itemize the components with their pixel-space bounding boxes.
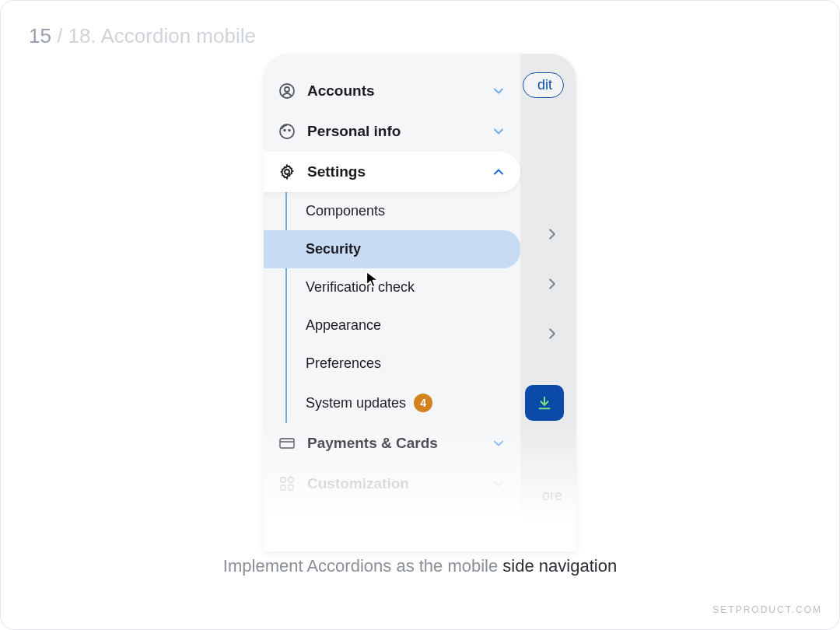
sub-item-label: Preferences [306, 355, 381, 372]
sub-item-label: Verification check [306, 279, 415, 296]
download-button[interactable] [525, 385, 564, 421]
svg-point-0 [280, 84, 294, 98]
sub-item-label: Security [306, 241, 361, 257]
nav-item-label: Payments & Cards [307, 435, 480, 452]
svg-point-3 [284, 130, 285, 131]
more-text-partial: ore [542, 488, 562, 504]
page-total-title: 18. Accordion mobile [68, 24, 256, 47]
svg-rect-8 [281, 485, 285, 490]
sub-item-security[interactable]: Security [264, 230, 520, 268]
updates-badge: 4 [414, 394, 432, 412]
chevron-down-icon [491, 124, 506, 139]
svg-rect-6 [280, 439, 294, 448]
sub-item-label: System updates [306, 395, 406, 411]
nav-item-label: Accounts [307, 82, 480, 100]
nav-item-accounts[interactable]: Accounts [264, 54, 520, 111]
sub-item-system-updates[interactable]: System updates 4 [287, 383, 520, 423]
page-sep: / [51, 24, 68, 47]
phone-mockup: dit ore Accounts Person [264, 54, 576, 551]
edit-button-partial[interactable]: dit [523, 72, 564, 98]
chevron-up-icon [491, 164, 506, 180]
page-current: 15 [29, 24, 51, 47]
card-icon [278, 434, 296, 453]
svg-point-1 [285, 87, 289, 92]
sub-item-label: Appearance [306, 317, 381, 334]
nav-item-label: Customization [307, 475, 480, 492]
chevron-right-icon [544, 325, 561, 342]
svg-point-5 [285, 170, 289, 174]
gear-icon [278, 163, 296, 181]
slide-caption: Implement Accordions as the mobile side … [1, 556, 839, 576]
sub-item-components[interactable]: Components [287, 192, 520, 230]
face-icon [278, 122, 296, 141]
settings-sublist: Components Security Verification check A… [285, 192, 520, 423]
user-circle-icon [278, 82, 296, 100]
nav-item-label: Personal info [307, 123, 480, 140]
nav-item-customization[interactable]: Customization [264, 464, 520, 504]
widgets-icon [278, 474, 296, 493]
sub-item-appearance[interactable]: Appearance [287, 306, 520, 345]
chevron-down-icon [491, 83, 506, 99]
svg-rect-7 [281, 478, 285, 482]
nav-item-personal-info[interactable]: Personal info [264, 111, 520, 152]
watermark: SETPRODUCT.COM [712, 604, 822, 615]
caption-strong: side navigation [502, 556, 617, 576]
sub-item-preferences[interactable]: Preferences [287, 345, 520, 383]
chevron-right-icon [544, 275, 561, 292]
svg-rect-9 [289, 485, 293, 490]
svg-rect-10 [288, 477, 294, 483]
chevron-down-icon [491, 476, 506, 492]
svg-point-2 [280, 124, 294, 138]
chevron-down-icon [491, 436, 506, 451]
side-nav-panel: Accounts Personal info Settings Componen… [264, 54, 520, 551]
svg-point-4 [289, 130, 290, 131]
slide-frame: 15 / 18. Accordion mobile dit ore Accoun… [0, 0, 840, 630]
sub-item-verification[interactable]: Verification check [287, 268, 520, 306]
nav-item-settings[interactable]: Settings [264, 152, 520, 192]
slide-counter: 15 / 18. Accordion mobile [29, 24, 256, 48]
sub-item-label: Components [306, 203, 385, 219]
nav-item-label: Settings [307, 163, 480, 180]
caption-prefix: Implement Accordions as the mobile [223, 556, 503, 576]
download-icon [536, 394, 553, 411]
nav-item-payments[interactable]: Payments & Cards [264, 423, 520, 464]
chevron-right-icon [544, 226, 561, 243]
